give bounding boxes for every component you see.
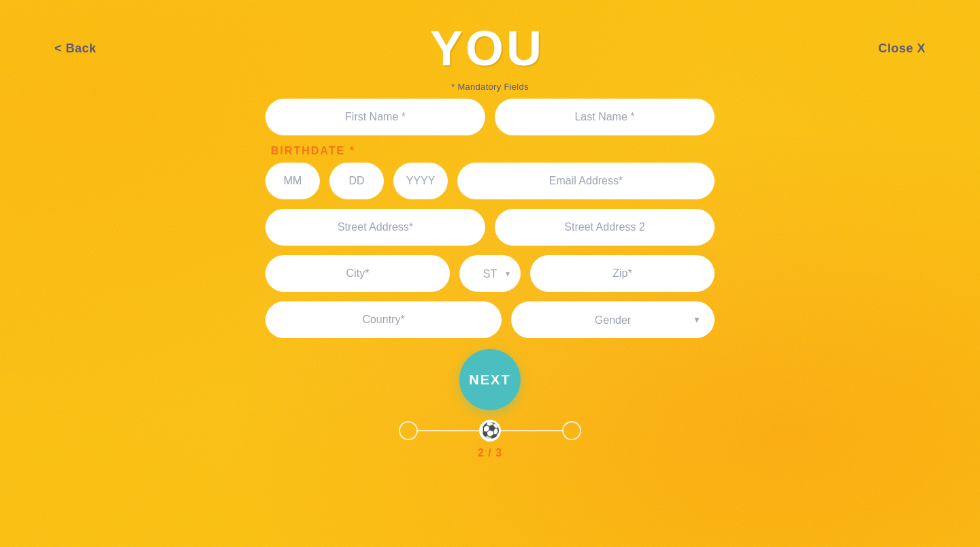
state-select[interactable]: ST AL AK AZ CA CO FL GA NY TX [459,255,521,292]
street-address2-input[interactable] [495,209,715,246]
gender-wrapper: Gender Male Female Non-binary Prefer not… [511,301,715,338]
close-button[interactable]: Close X [878,42,926,56]
progress-line-2 [501,430,562,431]
back-button[interactable]: < Back [54,42,97,56]
birthdate-mm-input[interactable] [265,163,320,199]
progress-bar: ⚽ [399,420,581,442]
street-address-input[interactable] [265,209,485,246]
header: < Back YOU Close X [0,0,980,76]
email-input[interactable] [457,163,715,199]
birthdate-email-row [265,163,715,199]
next-button[interactable]: NEXT [459,349,521,410]
birthdate-yyyy-input[interactable] [393,163,448,199]
country-gender-row: Gender Male Female Non-binary Prefer not… [265,301,715,338]
country-input[interactable] [265,301,502,338]
state-wrapper: ST AL AK AZ CA CO FL GA NY TX [459,255,521,292]
progress-step-3 [562,421,581,440]
last-name-input[interactable] [495,99,715,135]
mandatory-label: * Mandatory Fields [451,82,529,92]
first-name-input[interactable] [265,99,485,135]
page-title: YOU [430,20,544,76]
page-wrapper: < Back YOU Close X * Mandatory Fields BI… [0,0,980,547]
form-container: BIRTHDATE * ST AL AK AZ CA [265,99,715,338]
city-state-zip-row: ST AL AK AZ CA CO FL GA NY TX [265,255,715,292]
progress-step-1 [399,421,418,440]
progress-line-1 [418,430,479,431]
gender-select[interactable]: Gender Male Female Non-binary Prefer not… [511,301,715,338]
progress-container: ⚽ 2 / 3 [399,420,581,459]
address-row [265,209,715,246]
progress-label: 2 / 3 [478,447,502,459]
birthdate-dd-input[interactable] [329,163,384,199]
name-row [265,99,715,135]
progress-step-2-soccer: ⚽ [479,420,501,442]
city-input[interactable] [265,255,450,292]
birthdate-label-row: BIRTHDATE * [265,145,715,157]
birthdate-label: BIRTHDATE * [268,145,355,157]
zip-input[interactable] [530,255,715,292]
